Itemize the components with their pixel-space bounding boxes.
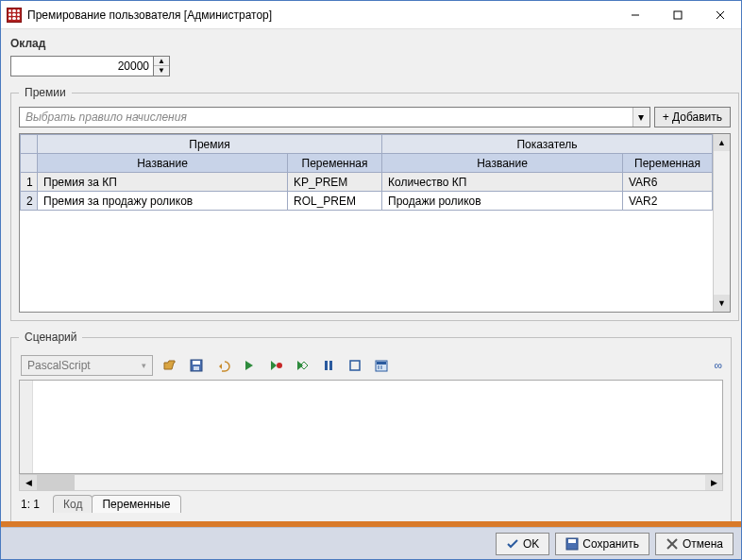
- save-button[interactable]: Сохранить: [555, 533, 649, 555]
- salary-input[interactable]: [10, 56, 154, 76]
- col-indicator: Показатель: [382, 135, 713, 154]
- table-row[interactable]: 1 Премия за КП KP_PREM Количество КП VAR…: [21, 173, 713, 192]
- scroll-up-icon[interactable]: ▲: [714, 134, 730, 151]
- run-icon[interactable]: [242, 358, 257, 373]
- add-button[interactable]: + Добавить: [654, 107, 731, 127]
- bonuses-legend: Премии: [19, 86, 72, 99]
- col-prem-name: Название: [38, 154, 288, 173]
- table-vscrollbar[interactable]: ▲ ▼: [713, 134, 730, 312]
- col-ind-var: Переменная: [623, 154, 713, 173]
- pause-icon[interactable]: [321, 358, 336, 373]
- titlebar: Премирование пользователя [Администратор…: [1, 1, 741, 29]
- tab-code[interactable]: Код: [53, 495, 93, 513]
- rule-combo-placeholder: Выбрать правило начисления: [20, 110, 632, 124]
- window-title: Премирование пользователя [Администратор…: [27, 8, 614, 22]
- watch-icon[interactable]: ∞: [714, 359, 721, 372]
- save-icon: [565, 537, 579, 551]
- scroll-right-icon[interactable]: ▶: [705, 475, 722, 490]
- check-icon: [506, 537, 519, 551]
- col-ind-name: Название: [382, 154, 623, 173]
- editor-hscrollbar[interactable]: ◀ ▶: [19, 474, 723, 491]
- editor-gutter: [20, 381, 33, 473]
- scroll-left-icon[interactable]: ◀: [20, 475, 37, 490]
- corner-cell: [21, 135, 38, 154]
- dialog-button-bar: OK Сохранить Отмена: [1, 527, 741, 559]
- salary-spin-down[interactable]: ▼: [154, 66, 169, 76]
- evaluate-icon[interactable]: [374, 358, 389, 373]
- script-legend: Сценарий: [19, 331, 82, 344]
- scroll-thumb[interactable]: [37, 475, 75, 490]
- chevron-down-icon: ▾: [142, 361, 146, 370]
- salary-spin-up[interactable]: ▲: [154, 57, 169, 66]
- close-button[interactable]: [699, 1, 741, 28]
- tab-variables[interactable]: Переменные: [92, 495, 180, 513]
- table-row[interactable]: 2 Премия за продажу роликов ROL_PREM Про…: [21, 192, 713, 211]
- svg-rect-9: [329, 361, 332, 370]
- bonuses-table: Премия Показатель Название Переменная На…: [20, 134, 713, 211]
- svg-rect-18: [568, 539, 576, 543]
- cancel-icon: [666, 537, 679, 551]
- minimize-button[interactable]: [614, 1, 656, 28]
- breakpoint-run-icon[interactable]: [268, 358, 283, 373]
- rule-combo[interactable]: Выбрать правило начисления ▾: [19, 107, 650, 127]
- maximize-button[interactable]: [656, 1, 699, 28]
- svg-rect-6: [194, 366, 199, 370]
- svg-point-7: [277, 363, 282, 368]
- app-icon: [7, 8, 22, 23]
- svg-rect-12: [377, 362, 386, 365]
- col-premium: Премия: [38, 135, 382, 154]
- svg-rect-8: [325, 361, 328, 370]
- bonuses-group: Премии Выбрать правило начисления ▾ + До…: [10, 86, 739, 321]
- col-prem-var: Переменная: [288, 154, 382, 173]
- ok-button[interactable]: OK: [496, 533, 549, 555]
- scroll-down-icon[interactable]: ▼: [714, 295, 730, 312]
- svg-rect-5: [193, 361, 200, 365]
- svg-rect-10: [350, 361, 360, 370]
- svg-rect-1: [674, 11, 682, 19]
- language-combo[interactable]: PascalScript ▾: [21, 355, 153, 376]
- open-icon[interactable]: [162, 358, 177, 373]
- salary-label: Оклад: [10, 37, 732, 50]
- stop-icon[interactable]: [347, 358, 363, 373]
- cursor-position: 1: 1: [21, 498, 40, 511]
- save-icon[interactable]: [189, 358, 204, 373]
- script-group: Сценарий PascalScript ▾ ∞: [10, 331, 732, 521]
- cancel-button[interactable]: Отмена: [655, 533, 734, 555]
- undo-icon[interactable]: [215, 358, 230, 373]
- chevron-down-icon[interactable]: ▾: [632, 108, 649, 127]
- app-window: Премирование пользователя [Администратор…: [0, 0, 742, 560]
- stop-on-exception-icon[interactable]: [295, 358, 310, 373]
- code-editor[interactable]: [19, 380, 723, 474]
